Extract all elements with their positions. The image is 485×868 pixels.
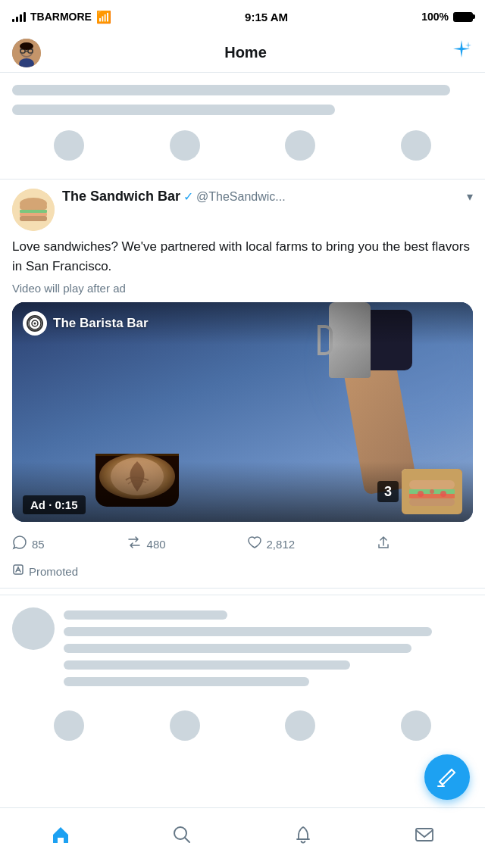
tweet-card: The Sandwich Bar ✓ @TheSandwic... ▾ Love… [0, 179, 485, 589]
compose-button[interactable] [424, 754, 470, 800]
tweet-text: Love sandwiches? We've partnered with lo… [12, 237, 473, 276]
bottom-navigation [0, 807, 485, 868]
status-time: 9:15 AM [245, 11, 288, 23]
tweet-actions: 85 480 2,812 [12, 531, 391, 560]
like-count: 2,812 [267, 538, 296, 551]
status-left: TBARMORE 📶 [12, 10, 111, 24]
svg-point-6 [20, 42, 33, 50]
svg-rect-19 [409, 480, 455, 489]
reply-count: 85 [32, 538, 45, 551]
tweet-handle: @TheSandwic... [196, 190, 286, 204]
skeleton-circle-1 [54, 130, 84, 161]
battery-icon [453, 12, 473, 22]
nav-search[interactable] [159, 818, 205, 851]
svg-rect-21 [409, 494, 455, 498]
status-right: 100% [421, 11, 473, 23]
share-icon [376, 535, 391, 554]
skeleton-line-d [64, 660, 350, 670]
video-notice: Video will play after ad [12, 282, 473, 295]
skeleton-line-1 [12, 85, 450, 95]
video-count-badge: 3 [377, 481, 399, 502]
skeleton-avatar [12, 607, 55, 650]
promoted-label: Promoted [29, 565, 78, 578]
skeleton-circle-b3 [285, 710, 315, 741]
svg-rect-10 [20, 210, 47, 213]
carrier-name: TBARMORE [30, 11, 92, 23]
skeleton-circles-bottom [0, 704, 485, 816]
skeleton-content [64, 607, 473, 686]
promoted-section: Promoted [12, 560, 473, 579]
skeleton-circle-b4 [401, 710, 431, 741]
video-overlay-top: The Barista Bar [12, 302, 473, 345]
battery-fill [455, 14, 471, 20]
svg-point-25 [440, 491, 446, 497]
retweet-count: 480 [147, 538, 166, 551]
skeleton-line-c [64, 644, 411, 653]
svg-point-24 [430, 489, 434, 494]
svg-rect-11 [20, 213, 47, 216]
skeleton-circle-2 [170, 130, 200, 161]
skeleton-circle-b1 [54, 710, 84, 741]
nav-home[interactable] [38, 818, 83, 851]
retweet-icon [126, 534, 142, 554]
skeleton-circles [0, 124, 485, 173]
svg-rect-28 [416, 829, 433, 841]
like-icon [247, 535, 262, 554]
barista-channel-name: The Barista Bar [53, 316, 149, 331]
user-avatar[interactable] [12, 39, 41, 67]
skeleton-circle-3 [285, 130, 315, 161]
like-action[interactable]: 2,812 [247, 535, 296, 554]
svg-point-23 [418, 491, 424, 497]
barista-logo [23, 311, 47, 336]
page-title: Home [224, 44, 267, 61]
tweet-account-name: The Sandwich Bar [62, 189, 180, 205]
share-action[interactable] [376, 535, 391, 554]
wifi-icon: 📶 [96, 10, 111, 24]
svg-rect-22 [409, 498, 455, 506]
skeleton-circle-b2 [170, 710, 200, 741]
chevron-down-icon[interactable]: ▾ [467, 189, 473, 204]
video-thumbnail [402, 469, 462, 514]
skeleton-line-a [64, 610, 227, 620]
nav-notifications[interactable] [280, 818, 326, 851]
video-container[interactable]: The Barista Bar Ad · 0:15 3 [12, 302, 473, 522]
tweet-user-info: The Sandwich Bar ✓ @TheSandwic... ▾ [62, 189, 473, 205]
svg-point-17 [34, 323, 36, 325]
app-header: Home [0, 33, 485, 73]
reply-icon [12, 535, 27, 554]
skeleton-line-b [64, 627, 432, 636]
magic-button[interactable] [450, 39, 473, 67]
status-bar: TBARMORE 📶 9:15 AM 100% [0, 0, 485, 33]
skeleton-circle-4 [401, 130, 431, 161]
svg-point-13 [20, 198, 47, 210]
reply-action[interactable]: 85 [12, 535, 45, 554]
skeleton-post [0, 595, 485, 698]
battery-percent: 100% [421, 11, 449, 23]
avatar-image [12, 39, 41, 67]
retweet-action[interactable]: 480 [126, 534, 166, 554]
tweet-avatar[interactable] [12, 189, 55, 231]
tweet-header: The Sandwich Bar ✓ @TheSandwic... ▾ [12, 189, 473, 231]
signal-icon [12, 11, 26, 22]
skeleton-line-2 [12, 105, 335, 115]
video-overlay-bottom: Ad · 0:15 3 [12, 461, 473, 522]
promoted-icon [12, 564, 24, 579]
barista-logo-inner [27, 315, 43, 332]
video-thumbnails[interactable]: 3 [377, 469, 462, 514]
nav-messages[interactable] [402, 818, 447, 851]
verified-badge: ✓ [183, 189, 193, 204]
skeleton-line-e [64, 677, 309, 686]
skeleton-top [0, 73, 485, 115]
svg-rect-12 [20, 216, 47, 221]
ad-badge: Ad · 0:15 [23, 495, 86, 514]
